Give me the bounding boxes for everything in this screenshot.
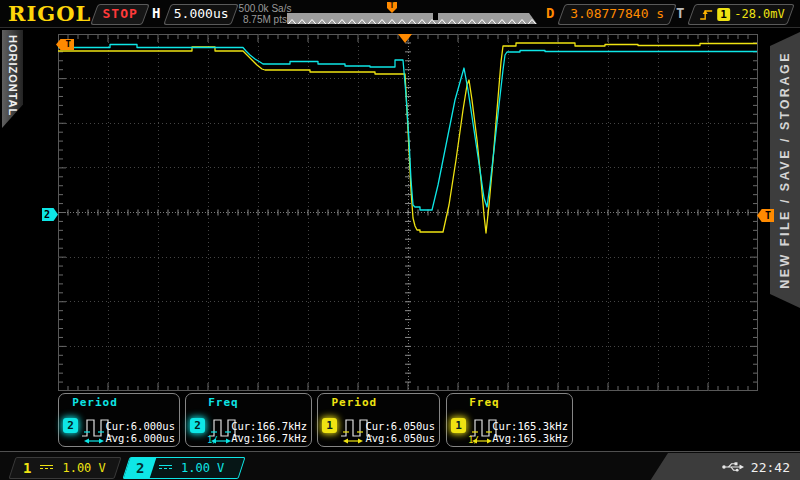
channel-badge: 1	[451, 418, 466, 433]
top-status-bar: RIGOL STOP H 5.000us 500.0k Sa/s 8.75M p…	[0, 0, 800, 28]
channel1-tab[interactable]: 1 1.00 V	[8, 457, 121, 479]
sidebar-tab-storage-label: NEW FILE / SAVE / STORAGE	[778, 51, 792, 289]
measurement-panel-period-ch1[interactable]: Period 1 Cur:6.050usAvg:6.050us Min:2.40…	[317, 393, 440, 447]
channel1-number: 1	[23, 460, 31, 476]
ch2-position-marker[interactable]: 2	[42, 208, 58, 221]
dc-coupling-icon	[159, 465, 172, 472]
trigger-slope-icon	[699, 7, 713, 21]
svg-text:1/: 1/	[468, 435, 479, 444]
channel-badge: 2	[190, 418, 205, 433]
memory-trigger-pin[interactable]: T	[387, 2, 397, 13]
channel-badge: 2	[63, 418, 78, 433]
memory-depth: 8.75M pts	[236, 14, 294, 25]
bottom-status-bar: 1 1.00 V 2 1.00 V 22	[0, 451, 800, 480]
svg-text:1/: 1/	[207, 435, 218, 444]
dc-coupling-icon	[40, 465, 53, 472]
memory-window-marker	[433, 13, 438, 20]
system-status-area: 22:42	[650, 453, 800, 480]
trigger-system-label: T	[676, 5, 684, 21]
channel2-scale: 1.00 V	[181, 461, 224, 475]
rigol-logo: RIGOL	[8, 1, 91, 26]
trigger-level-value: -28.0mV	[734, 5, 785, 23]
delay-value: 3.08777840 s	[562, 5, 672, 23]
waveform-plot	[58, 34, 758, 391]
timebase-value: 5.000us	[168, 5, 234, 23]
timebase-box[interactable]: 5.000us	[163, 4, 239, 25]
run-stop-button[interactable]: STOP	[90, 4, 150, 25]
memory-position-bar[interactable]	[287, 13, 537, 24]
delay-label: D	[546, 5, 554, 21]
memory-waveform-strip	[287, 17, 537, 28]
clock-time: 22:42	[751, 460, 790, 475]
sidebar-tab-horizontal[interactable]: HORIZONTAL	[2, 30, 23, 128]
measurement-panel-freq-ch1[interactable]: Freq 1 1/ Cur:165.3kHzAvg:165.3kHz Min:1…	[446, 393, 573, 447]
sample-rate: 500.0k Sa/s	[236, 3, 294, 14]
channel2-tab[interactable]: 2 1.00 V	[122, 457, 245, 479]
measurement-panel-period-ch2[interactable]: Period 2 Cur:6.000usAvg:6.000us Min:2.40…	[58, 393, 180, 447]
run-state-label: STOP	[95, 5, 145, 23]
trigger-source-badge: 1	[717, 8, 730, 21]
channel-badge: 1	[322, 418, 337, 433]
oscilloscope-screen: RIGOL STOP H 5.000us 500.0k Sa/s 8.75M p…	[0, 0, 800, 480]
acquisition-info: 500.0k Sa/s 8.75M pts	[236, 3, 294, 25]
trigger-box[interactable]: 1 -28.0mV	[687, 4, 795, 25]
measurement-panel-freq-ch2[interactable]: Freq 2 1/ Cur:166.7kHzAvg:166.7kHz Min:1…	[185, 393, 312, 447]
channel1-scale: 1.00 V	[62, 461, 105, 475]
trigger-level-marker[interactable]: T	[757, 209, 774, 222]
usb-icon	[722, 461, 744, 473]
sidebar-tab-horizontal-label: HORIZONTAL	[7, 35, 19, 116]
delay-box[interactable]: 3.08777840 s	[557, 4, 677, 25]
sidebar-tab-storage-menu[interactable]: NEW FILE / SAVE / STORAGE	[770, 32, 800, 308]
horizontal-system-label: H	[152, 5, 160, 21]
